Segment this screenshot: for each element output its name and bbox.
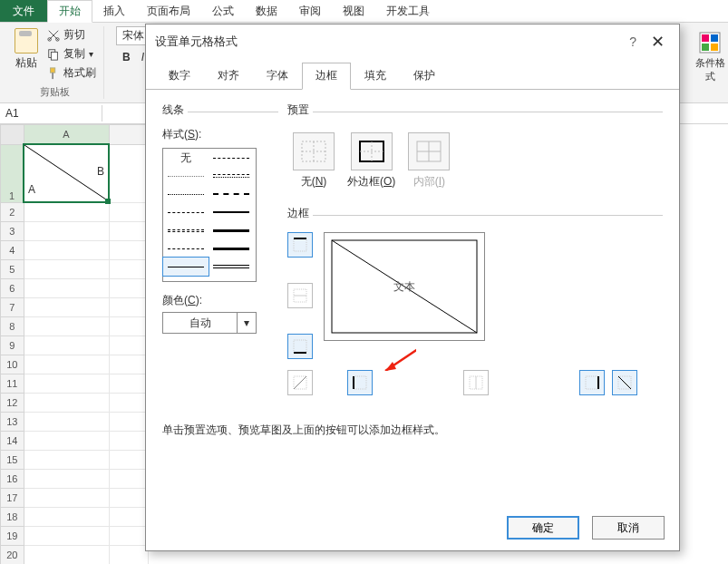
name-box[interactable]: A1 bbox=[0, 105, 102, 122]
grid-cell[interactable] bbox=[24, 260, 109, 279]
grid-cell[interactable] bbox=[109, 394, 149, 413]
tab-file[interactable]: 文件 bbox=[0, 0, 47, 22]
col-header-B[interactable] bbox=[109, 125, 149, 145]
grid-cell[interactable] bbox=[109, 546, 149, 565]
select-all-cell[interactable] bbox=[1, 125, 24, 145]
row-header-1[interactable]: 1 bbox=[1, 144, 24, 202]
line-style-list[interactable]: 无 bbox=[162, 148, 257, 282]
grid-cell[interactable] bbox=[109, 317, 149, 336]
fill-handle[interactable] bbox=[105, 199, 111, 204]
grid-cell[interactable] bbox=[109, 336, 149, 355]
tab-home[interactable]: 开始 bbox=[47, 0, 92, 23]
tab-data[interactable]: 数据 bbox=[245, 0, 288, 22]
row-header[interactable]: 2 bbox=[1, 202, 24, 222]
border-bottom-button[interactable] bbox=[287, 334, 313, 359]
tab-view[interactable]: 视图 bbox=[332, 0, 375, 22]
row-header[interactable]: 15 bbox=[1, 451, 24, 470]
cell-A1[interactable]: B A bbox=[24, 144, 109, 202]
grid-cell[interactable] bbox=[109, 298, 149, 317]
bold-button[interactable]: B bbox=[119, 51, 134, 63]
close-button[interactable]: ✕ bbox=[645, 32, 670, 52]
style-opt[interactable] bbox=[209, 258, 254, 276]
style-opt-selected[interactable] bbox=[163, 258, 209, 276]
tab-formulas[interactable]: 公式 bbox=[201, 0, 245, 22]
row-header[interactable]: 6 bbox=[1, 279, 24, 298]
grid-cell[interactable] bbox=[24, 451, 109, 470]
row-header[interactable]: 13 bbox=[1, 413, 24, 432]
preset-inside[interactable]: 内部(I) bbox=[408, 132, 450, 190]
grid-cell[interactable] bbox=[109, 355, 149, 374]
style-opt[interactable] bbox=[209, 221, 254, 239]
grid-cell[interactable] bbox=[24, 374, 109, 394]
grid-cell[interactable] bbox=[109, 413, 149, 432]
grid-cell[interactable] bbox=[109, 241, 149, 260]
grid-cell[interactable] bbox=[24, 413, 109, 432]
row-header[interactable]: 16 bbox=[1, 470, 24, 489]
border-preview[interactable]: 文本 bbox=[324, 232, 485, 341]
row-header[interactable]: 20 bbox=[1, 546, 24, 565]
row-header[interactable]: 10 bbox=[1, 355, 24, 374]
grid-cell[interactable] bbox=[24, 222, 109, 241]
tab-insert[interactable]: 插入 bbox=[92, 0, 136, 22]
grid-cell[interactable] bbox=[24, 241, 109, 260]
tab-protection[interactable]: 保护 bbox=[400, 63, 449, 89]
border-left-button[interactable] bbox=[347, 370, 373, 395]
row-header[interactable]: 8 bbox=[1, 317, 24, 336]
border-diag-up-button[interactable] bbox=[287, 370, 313, 395]
grid-cell[interactable] bbox=[24, 489, 109, 508]
grid-cell[interactable] bbox=[24, 394, 109, 413]
row-header[interactable]: 17 bbox=[1, 489, 24, 508]
tab-review[interactable]: 审阅 bbox=[288, 0, 332, 22]
preset-none[interactable]: 无(N) bbox=[293, 132, 335, 190]
tab-border[interactable]: 边框 bbox=[302, 63, 351, 90]
tab-alignment[interactable]: 对齐 bbox=[204, 63, 253, 89]
grid-cell[interactable] bbox=[24, 279, 109, 298]
grid-cell[interactable] bbox=[109, 527, 149, 546]
grid-cell[interactable] bbox=[24, 546, 109, 565]
border-middle-button[interactable] bbox=[287, 283, 313, 308]
color-dropdown[interactable]: 自动 ▾ bbox=[162, 312, 257, 334]
grid-cell[interactable] bbox=[24, 470, 109, 489]
grid-cell[interactable] bbox=[24, 527, 109, 546]
grid-cell[interactable] bbox=[109, 202, 149, 222]
tab-fill[interactable]: 填充 bbox=[351, 63, 400, 89]
style-opt[interactable] bbox=[209, 203, 254, 221]
style-opt[interactable] bbox=[163, 167, 209, 185]
grid-cell[interactable] bbox=[24, 298, 109, 317]
preset-outline[interactable]: 外边框(O) bbox=[347, 132, 395, 190]
cancel-button[interactable]: 取消 bbox=[592, 516, 665, 540]
paste-button[interactable]: 粘贴 bbox=[11, 26, 42, 73]
col-header-A[interactable]: A bbox=[24, 125, 109, 145]
tab-font[interactable]: 字体 bbox=[253, 63, 302, 89]
border-center-button[interactable] bbox=[463, 370, 489, 395]
conditional-formatting[interactable]: 条件格式 bbox=[692, 31, 728, 94]
grid-cell[interactable] bbox=[24, 508, 109, 527]
row-header[interactable]: 7 bbox=[1, 298, 24, 317]
border-right-button[interactable] bbox=[579, 370, 605, 395]
style-opt[interactable] bbox=[209, 167, 254, 185]
row-header[interactable]: 14 bbox=[1, 432, 24, 451]
style-opt[interactable] bbox=[209, 239, 254, 258]
style-opt[interactable] bbox=[209, 149, 254, 167]
cut-button[interactable]: 剪切 bbox=[45, 26, 98, 44]
grid-cell[interactable] bbox=[109, 260, 149, 279]
style-opt[interactable] bbox=[163, 203, 209, 221]
style-none[interactable]: 无 bbox=[163, 149, 209, 167]
grid-cell[interactable] bbox=[24, 317, 109, 336]
row-header[interactable]: 19 bbox=[1, 527, 24, 546]
grid-cell[interactable] bbox=[109, 451, 149, 470]
row-header[interactable]: 12 bbox=[1, 394, 24, 413]
grid-cell[interactable] bbox=[24, 432, 109, 451]
grid-cell[interactable] bbox=[24, 336, 109, 355]
style-opt[interactable] bbox=[163, 185, 209, 203]
row-header[interactable]: 9 bbox=[1, 336, 24, 355]
style-opt[interactable] bbox=[163, 221, 209, 239]
tab-developer[interactable]: 开发工具 bbox=[375, 0, 441, 22]
grid-cell[interactable] bbox=[109, 374, 149, 394]
border-diag-down-button[interactable] bbox=[612, 370, 637, 395]
grid-cell[interactable] bbox=[24, 355, 109, 374]
grid-cell[interactable] bbox=[109, 432, 149, 451]
border-top-button[interactable] bbox=[287, 232, 313, 258]
ok-button[interactable]: 确定 bbox=[507, 516, 579, 540]
grid-cell[interactable] bbox=[109, 279, 149, 298]
